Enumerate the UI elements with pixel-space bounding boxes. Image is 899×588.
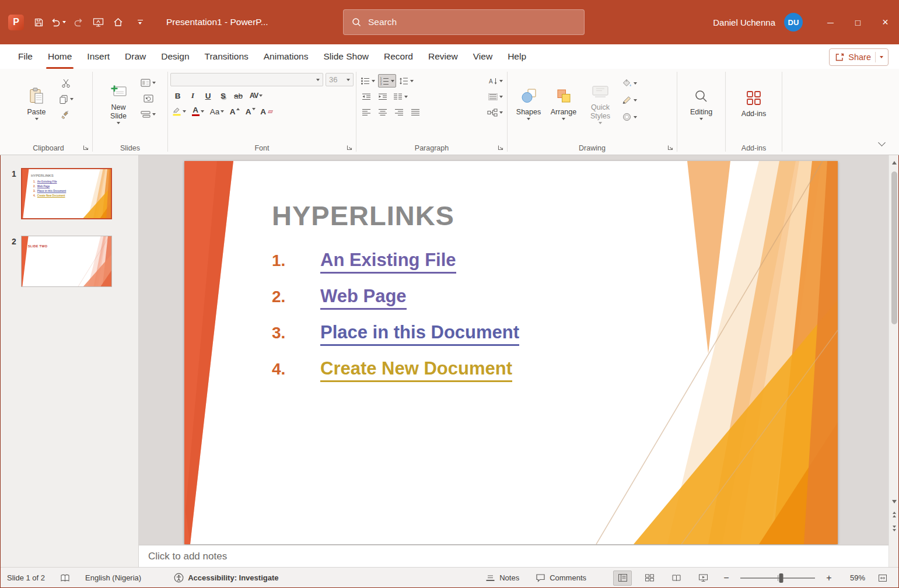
change-case-button[interactable]: Aa xyxy=(208,105,226,118)
decrease-font-size-button[interactable]: A xyxy=(243,105,258,118)
hyperlink-web-page[interactable]: Web Page xyxy=(320,286,407,310)
increase-indent-button[interactable] xyxy=(375,90,390,103)
slide-thumbnail-frame[interactable]: SLIDE TWO xyxy=(21,236,112,287)
tab-design[interactable]: Design xyxy=(153,44,197,69)
section-button[interactable] xyxy=(139,107,158,121)
notes-toggle-button[interactable]: Notes xyxy=(485,573,519,582)
slide-layout-button[interactable] xyxy=(139,76,158,89)
drawing-dialog-launcher[interactable] xyxy=(666,144,674,152)
list-item[interactable]: 2. Web Page xyxy=(272,286,519,322)
tab-transitions[interactable]: Transitions xyxy=(197,44,256,69)
minimize-button[interactable]: ─ xyxy=(817,9,844,36)
arrange-button[interactable]: Arrange xyxy=(547,72,580,131)
scrollbar-thumb[interactable] xyxy=(891,172,897,324)
slide-counter[interactable]: Slide 1 of 2 xyxy=(7,573,45,582)
accessibility-checker-button[interactable]: Accessibility: Investigate xyxy=(174,573,278,583)
bold-button[interactable]: B xyxy=(170,89,185,102)
normal-view-button[interactable] xyxy=(613,570,632,586)
tab-file[interactable]: File xyxy=(11,44,40,69)
hyperlink-place-in-document[interactable]: Place in this Document xyxy=(320,322,519,346)
undo-button[interactable] xyxy=(48,12,68,32)
language-button[interactable]: English (Nigeria) xyxy=(85,573,141,582)
format-painter-button[interactable] xyxy=(57,108,75,121)
align-left-button[interactable] xyxy=(359,106,374,119)
next-slide-button[interactable] xyxy=(889,522,899,536)
align-center-button[interactable] xyxy=(375,106,390,119)
save-button[interactable] xyxy=(29,12,48,32)
share-button[interactable]: Share xyxy=(829,48,888,66)
font-dialog-launcher[interactable] xyxy=(345,144,354,152)
editing-button[interactable]: Editing xyxy=(683,72,720,131)
reading-view-button[interactable] xyxy=(667,570,685,586)
tab-animations[interactable]: Animations xyxy=(256,44,316,69)
tab-help[interactable]: Help xyxy=(500,44,534,69)
character-spacing-button[interactable]: AV xyxy=(246,89,266,102)
zoom-in-button[interactable]: + xyxy=(823,571,835,585)
hyperlink-existing-file[interactable]: An Existing File xyxy=(320,250,456,274)
fit-slide-to-window-button[interactable] xyxy=(873,570,892,586)
decrease-indent-button[interactable] xyxy=(359,90,374,103)
tab-view[interactable]: View xyxy=(466,44,500,69)
reset-slide-button[interactable] xyxy=(139,92,158,105)
increase-font-size-button[interactable]: A xyxy=(228,105,242,118)
line-spacing-button[interactable] xyxy=(397,74,415,88)
cut-button[interactable] xyxy=(57,76,75,90)
slide[interactable]: HYPERLINKS 1. An Existing File 2. Web Pa… xyxy=(184,161,838,544)
align-text-button[interactable] xyxy=(487,90,505,103)
customize-quick-access-toolbar-button[interactable] xyxy=(130,12,150,32)
shapes-button[interactable]: Shapes xyxy=(512,72,545,131)
slide-title[interactable]: HYPERLINKS xyxy=(272,200,454,232)
paste-button[interactable]: Paste xyxy=(22,72,51,131)
scroll-down-button[interactable] xyxy=(889,496,899,508)
font-size-combobox[interactable]: 36 xyxy=(326,73,354,86)
align-right-button[interactable] xyxy=(391,106,407,119)
account-name[interactable]: Daniel Uchenna xyxy=(713,18,775,27)
hyperlink-create-new-document[interactable]: Create New Document xyxy=(320,358,512,382)
zoom-level[interactable]: 59% xyxy=(843,573,865,582)
clear-formatting-button[interactable]: A xyxy=(259,105,274,118)
list-item[interactable]: 1. An Existing File xyxy=(272,250,519,286)
comments-toggle-button[interactable]: Comments xyxy=(536,573,586,582)
slide-canvas-area[interactable]: HYPERLINKS 1. An Existing File 2. Web Pa… xyxy=(139,155,888,545)
paragraph-dialog-launcher[interactable] xyxy=(496,144,505,152)
search-box[interactable] xyxy=(343,9,585,35)
justify-button[interactable] xyxy=(408,106,423,119)
tab-home[interactable]: Home xyxy=(40,44,79,69)
columns-button[interactable] xyxy=(391,90,410,103)
close-button[interactable]: × xyxy=(872,9,899,36)
tab-draw[interactable]: Draw xyxy=(117,44,153,69)
underline-button[interactable]: U xyxy=(201,89,215,102)
shape-effects-button[interactable] xyxy=(620,110,639,124)
zoom-slider[interactable] xyxy=(740,571,815,585)
powerpoint-logo-icon[interactable]: P xyxy=(8,15,24,30)
font-name-combobox[interactable] xyxy=(170,73,323,86)
tab-insert[interactable]: Insert xyxy=(79,44,117,69)
italic-button[interactable]: I xyxy=(186,89,200,102)
slide-thumbnail-2[interactable]: 2 SLIDE TWO xyxy=(0,236,138,287)
text-highlight-color-button[interactable] xyxy=(170,105,188,118)
convert-smartart-button[interactable] xyxy=(485,106,505,119)
search-input[interactable] xyxy=(368,17,576,27)
zoom-slider-thumb[interactable] xyxy=(779,573,783,583)
shape-fill-button[interactable] xyxy=(620,76,639,90)
list-item[interactable]: 3. Place in this Document xyxy=(272,322,519,358)
collapse-ribbon-button[interactable] xyxy=(873,137,890,150)
numbering-button[interactable]: 123 xyxy=(378,74,396,88)
vertical-scrollbar[interactable] xyxy=(888,155,899,567)
slide-thumbnail-frame[interactable]: HYPERLINKS 1.An Existing File 2.Web Page… xyxy=(21,168,112,219)
scroll-up-button[interactable] xyxy=(889,157,899,169)
list-item[interactable]: 4. Create New Document xyxy=(272,358,519,394)
font-color-button[interactable]: A xyxy=(189,105,207,118)
maximize-button[interactable]: □ xyxy=(844,9,872,36)
shape-outline-button[interactable] xyxy=(620,93,639,107)
slide-thumbnail-1[interactable]: 1 HYPERLINKS 1.An Existing File xyxy=(0,168,138,219)
add-ins-button[interactable]: Add-ins xyxy=(733,72,774,131)
home-button[interactable] xyxy=(108,12,128,32)
clipboard-dialog-launcher[interactable] xyxy=(82,144,90,152)
text-shadow-button[interactable]: S xyxy=(216,89,230,102)
previous-slide-button[interactable] xyxy=(889,508,899,522)
tab-record[interactable]: Record xyxy=(376,44,421,69)
zoom-out-button[interactable]: − xyxy=(720,571,732,585)
notes-pane[interactable]: Click to add notes xyxy=(139,545,888,567)
new-slide-button[interactable]: New Slide xyxy=(103,72,134,131)
